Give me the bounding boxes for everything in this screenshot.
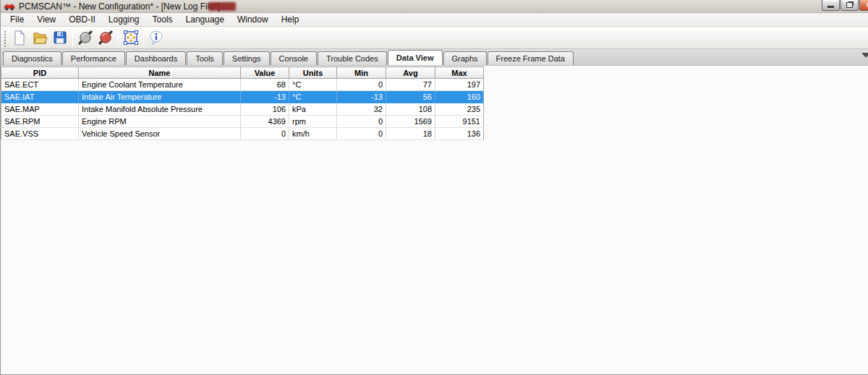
cell-value: 0: [241, 128, 289, 140]
cell-avg: 56: [386, 91, 435, 103]
toolbar-separator: [118, 30, 119, 47]
cell-value: 68: [241, 79, 289, 91]
app-car-icon: [4, 1, 15, 11]
tab-freeze-frame-data[interactable]: Freeze Frame Data: [488, 51, 574, 65]
info-button[interactable]: [146, 29, 166, 48]
table-body: SAE.ECTEngine Coolant Temperature68°C077…: [1, 79, 484, 140]
toolbar-grip-handle[interactable]: [3, 30, 7, 47]
tab-performance[interactable]: Performance: [62, 51, 125, 65]
toolbar-separator: [72, 30, 73, 47]
table-row-sae-vss[interactable]: SAE.VSSVehicle Speed Sensor0km/h018136: [1, 128, 484, 140]
cell-value: 106: [241, 103, 289, 116]
table-row-sae-rpm[interactable]: SAE.RPMEngine RPM4369rpm015699151: [1, 116, 484, 128]
restore-icon: [846, 2, 853, 8]
titlebar: PCMSCAN™ - New Configuration* - [New Log…: [1, 0, 868, 13]
data-table: PIDNameValueUnitsMinAvgMax SAE.ECTEngine…: [1, 66, 484, 140]
tab-scroll-icon[interactable]: [861, 53, 868, 58]
new-file-icon: [12, 30, 27, 47]
info-icon: [148, 30, 164, 47]
cell-value: -13: [241, 91, 289, 103]
cell-avg: 1569: [386, 116, 435, 128]
menu-tools[interactable]: Tools: [146, 13, 179, 26]
close-button[interactable]: ✕: [859, 0, 868, 11]
cell-pid: SAE.IAT: [1, 91, 79, 103]
tab-trouble-codes[interactable]: Trouble Codes: [318, 51, 387, 65]
minimize-button[interactable]: [822, 0, 840, 11]
column-header-value[interactable]: Value: [241, 67, 289, 79]
connect-button[interactable]: [75, 29, 95, 48]
cell-name: Intake Air Temperature: [79, 91, 241, 103]
menu-logging[interactable]: Logging: [102, 13, 146, 26]
menu-help[interactable]: Help: [275, 13, 306, 26]
cell-min: 0: [337, 116, 386, 128]
menu-obd-ii[interactable]: OBD-II: [62, 13, 102, 26]
cell-pid: SAE.RPM: [1, 116, 79, 128]
fit-to-window-button[interactable]: [121, 29, 141, 48]
cell-units: °C: [289, 79, 337, 91]
menu-language[interactable]: Language: [179, 13, 231, 26]
cell-max: 235: [435, 103, 484, 116]
cell-min: -13: [337, 91, 386, 103]
content-area: PIDNameValueUnitsMinAvgMax SAE.ECTEngine…: [1, 66, 868, 374]
cell-units: °C: [289, 91, 337, 103]
tab-diagnostics[interactable]: Diagnostics: [3, 51, 61, 65]
maximize-button[interactable]: [841, 0, 859, 11]
cell-pid: SAE.VSS: [1, 128, 79, 140]
column-header-units[interactable]: Units: [289, 67, 337, 79]
cell-name: Vehicle Speed Sensor: [79, 128, 241, 140]
fit-to-window-icon: [123, 30, 139, 47]
table-row-sae-iat[interactable]: SAE.IATIntake Air Temperature-13°C-13561…: [1, 91, 484, 103]
menu-window[interactable]: Window: [231, 13, 275, 26]
minimize-icon: [827, 6, 834, 8]
window-title: PCMSCAN™ - New Configuration* - [New Log…: [19, 1, 220, 12]
redacted-region: [208, 2, 236, 11]
open-file-button[interactable]: [30, 29, 50, 48]
tab-settings[interactable]: Settings: [224, 51, 270, 65]
cell-min: 0: [337, 128, 386, 140]
column-header-max[interactable]: Max: [435, 67, 484, 79]
tab-tools[interactable]: Tools: [187, 51, 223, 65]
tab-data-view[interactable]: Data View: [388, 50, 443, 65]
cell-name: Intake Manifold Absolute Pressure: [79, 103, 241, 116]
toolbar-separator: [143, 30, 144, 47]
cell-max: 160: [435, 91, 484, 103]
table-row-sae-map[interactable]: SAE.MAPIntake Manifold Absolute Pressure…: [1, 103, 484, 116]
menu-file[interactable]: File: [4, 13, 30, 26]
column-header-name[interactable]: Name: [79, 67, 241, 79]
cell-units: km/h: [289, 128, 337, 140]
tab-bar: DiagnosticsPerformanceDashboardsToolsSet…: [1, 49, 868, 66]
cell-pid: SAE.MAP: [1, 103, 79, 116]
cell-min: 32: [337, 103, 386, 116]
cell-name: Engine RPM: [79, 116, 241, 128]
toolbar: [1, 27, 868, 49]
cell-max: 136: [435, 128, 484, 140]
cell-name: Engine Coolant Temperature: [79, 79, 241, 91]
cell-value: 4369: [241, 116, 289, 128]
tab-dashboards[interactable]: Dashboards: [126, 51, 186, 65]
save-file-icon: [52, 30, 68, 47]
disconnect-icon: [98, 30, 114, 47]
cell-avg: 77: [386, 79, 435, 91]
menu-view[interactable]: View: [30, 13, 62, 26]
cell-units: rpm: [289, 116, 337, 128]
connect-icon: [77, 30, 93, 47]
cell-avg: 18: [386, 128, 435, 140]
column-header-avg[interactable]: Avg: [386, 67, 435, 79]
new-file-button[interactable]: [9, 29, 30, 48]
column-header-pid[interactable]: PID: [1, 67, 79, 79]
table-header: PIDNameValueUnitsMinAvgMax: [1, 67, 484, 79]
open-file-icon: [32, 30, 48, 47]
cell-max: 9151: [435, 116, 484, 128]
menubar: FileViewOBD-IILoggingToolsLanguageWindow…: [1, 13, 868, 27]
cell-avg: 108: [386, 103, 435, 116]
save-file-button[interactable]: [50, 29, 70, 48]
tab-console[interactable]: Console: [271, 51, 317, 65]
window-controls: ✕: [822, 0, 868, 11]
table-row-sae-ect[interactable]: SAE.ECTEngine Coolant Temperature68°C077…: [1, 79, 484, 91]
cell-pid: SAE.ECT: [1, 79, 79, 91]
column-header-min[interactable]: Min: [337, 67, 386, 79]
cell-max: 197: [435, 79, 484, 91]
tab-graphs[interactable]: Graphs: [443, 51, 487, 65]
disconnect-button[interactable]: [95, 29, 116, 48]
app-window: PCMSCAN™ - New Configuration* - [New Log…: [0, 0, 868, 375]
